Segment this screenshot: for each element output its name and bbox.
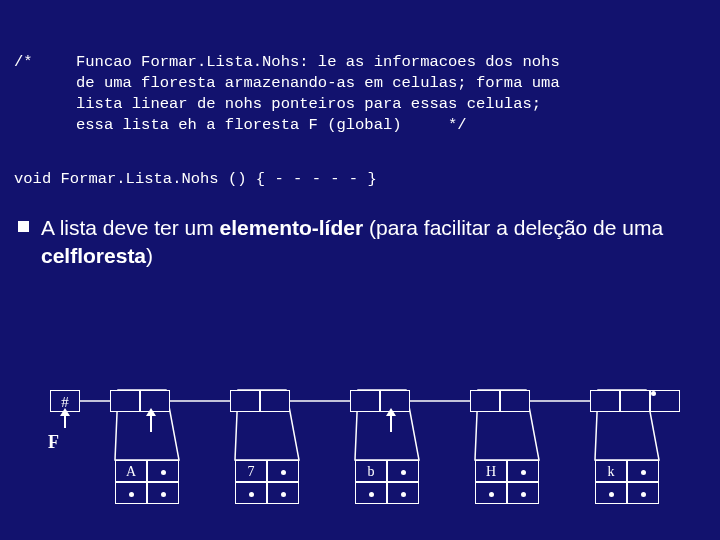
dot-icon <box>521 492 526 497</box>
bullet-point: A lista deve ter um elemento-líder (para… <box>0 214 720 269</box>
list-node <box>620 390 650 412</box>
cell-ptr <box>355 482 387 504</box>
dot-icon <box>369 492 374 497</box>
forest-cell: b <box>355 460 419 504</box>
dot-icon <box>521 470 526 475</box>
text-bold: elemento-líder <box>220 216 364 239</box>
cell-ptr <box>595 482 627 504</box>
dot-icon <box>489 492 494 497</box>
dot-icon <box>641 470 646 475</box>
square-bullet-icon <box>18 221 29 232</box>
forest-cell: k <box>595 460 659 504</box>
cell-value: H <box>475 460 507 482</box>
forest-cell: H <box>475 460 539 504</box>
forest-cell: 7 <box>235 460 299 504</box>
dot-icon <box>161 470 166 475</box>
forest-cell: A <box>115 460 179 504</box>
cell-ptr <box>267 460 299 482</box>
arrow-up-icon <box>64 414 66 428</box>
dot-icon <box>609 492 614 497</box>
list-node <box>110 390 140 412</box>
list-node <box>590 390 620 412</box>
list-node <box>500 390 530 412</box>
comment-line: Funcao Formar.Lista.Nohs: le as informac… <box>76 53 560 71</box>
cell-ptr <box>627 482 659 504</box>
comment-marker: /* <box>14 52 76 136</box>
comment-body: Funcao Formar.Lista.Nohs: le as informac… <box>76 52 706 136</box>
dot-icon <box>161 492 166 497</box>
text: A lista deve ter um <box>41 216 220 239</box>
cell-ptr <box>475 482 507 504</box>
null-dot-icon <box>651 391 679 396</box>
arrow-up-icon <box>390 414 392 432</box>
cell-value: b <box>355 460 387 482</box>
cell-value: k <box>595 460 627 482</box>
dot-icon <box>281 470 286 475</box>
cell-value: A <box>115 460 147 482</box>
dot-icon <box>641 492 646 497</box>
text: (para facilitar a deleção de uma <box>363 216 663 239</box>
list-node <box>260 390 290 412</box>
list-tail-cell <box>650 390 680 412</box>
cell-value: 7 <box>235 460 267 482</box>
comment-line: lista linear de nohs ponteiros para essa… <box>76 95 541 113</box>
cell-ptr <box>387 482 419 504</box>
text-bold: celfloresta <box>41 244 146 267</box>
list-node <box>470 390 500 412</box>
dot-icon <box>129 492 134 497</box>
dot-icon <box>281 492 286 497</box>
cell-ptr <box>627 460 659 482</box>
dot-icon <box>401 470 406 475</box>
cell-ptr <box>147 460 179 482</box>
cell-ptr <box>507 482 539 504</box>
text: ) <box>146 244 153 267</box>
cell-ptr <box>507 460 539 482</box>
cell-ptr <box>235 482 267 504</box>
diagram: # F A 7 <box>0 330 720 530</box>
comment-block: /* Funcao Formar.Lista.Nohs: le as infor… <box>0 0 720 156</box>
comment-line: essa lista eh a floresta F (global) */ <box>76 116 467 134</box>
dot-icon <box>401 492 406 497</box>
cell-ptr <box>115 482 147 504</box>
list-node <box>230 390 260 412</box>
cell-ptr <box>387 460 419 482</box>
comment-line: de uma floresta armazenando-as em celula… <box>76 74 560 92</box>
forest-label: F <box>48 432 59 453</box>
cell-ptr <box>267 482 299 504</box>
list-node <box>350 390 380 412</box>
dot-icon <box>249 492 254 497</box>
bullet-text: A lista deve ter um elemento-líder (para… <box>41 214 700 269</box>
cell-ptr <box>147 482 179 504</box>
function-declaration: void Formar.Lista.Nohs () { - - - - - } <box>0 170 720 188</box>
arrow-up-icon <box>150 414 152 432</box>
